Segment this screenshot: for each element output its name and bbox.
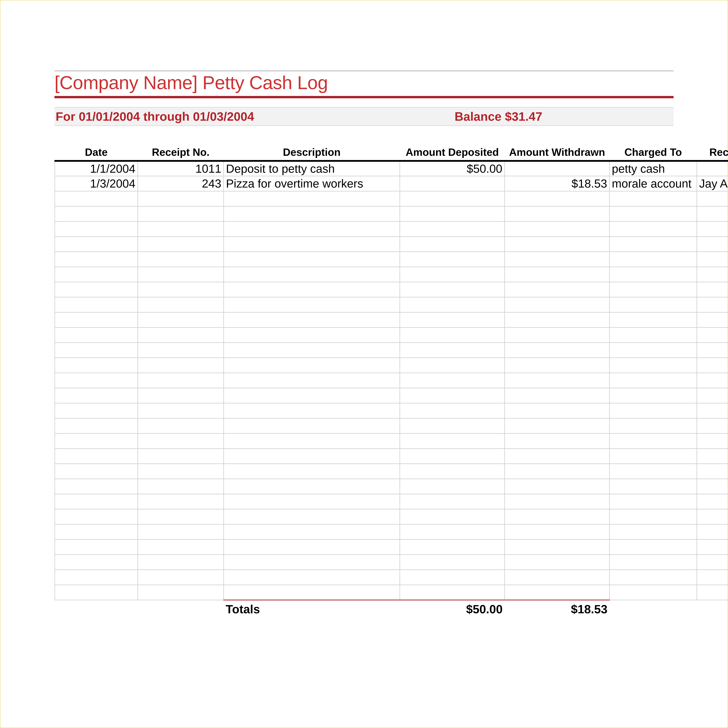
cell[interactable] <box>697 479 728 494</box>
cell[interactable] <box>609 403 697 418</box>
cell[interactable] <box>697 297 728 312</box>
cell[interactable] <box>697 282 728 297</box>
cell[interactable] <box>224 433 400 448</box>
cell[interactable] <box>138 388 224 403</box>
cell[interactable] <box>697 585 728 600</box>
cell[interactable] <box>224 191 400 206</box>
cell[interactable] <box>505 191 609 206</box>
cell[interactable] <box>697 237 728 252</box>
cell[interactable] <box>697 358 728 373</box>
cell[interactable] <box>400 358 505 373</box>
cell[interactable] <box>697 540 728 555</box>
cell[interactable] <box>697 312 728 327</box>
cell[interactable] <box>609 327 697 343</box>
cell[interactable] <box>400 494 505 509</box>
cell[interactable] <box>224 524 400 540</box>
cell[interactable] <box>609 312 697 327</box>
cell[interactable] <box>138 327 224 343</box>
cell[interactable] <box>138 237 224 252</box>
cell[interactable] <box>55 297 138 312</box>
cell[interactable] <box>224 570 400 585</box>
cell[interactable] <box>609 494 697 509</box>
cell[interactable] <box>505 161 609 176</box>
cell[interactable] <box>55 206 138 222</box>
cell[interactable]: morale account <box>609 176 697 191</box>
cell[interactable] <box>609 358 697 373</box>
cell[interactable] <box>224 464 400 479</box>
cell[interactable] <box>400 448 505 464</box>
cell[interactable]: Pizza for overtime workers <box>224 176 400 191</box>
cell[interactable] <box>505 297 609 312</box>
cell[interactable] <box>505 585 609 600</box>
cell[interactable]: petty cash <box>609 161 697 176</box>
cell[interactable] <box>138 555 224 570</box>
cell[interactable] <box>505 358 609 373</box>
cell[interactable] <box>609 237 697 252</box>
cell[interactable] <box>138 570 224 585</box>
cell[interactable] <box>138 343 224 358</box>
cell[interactable] <box>400 509 505 524</box>
cell[interactable] <box>505 509 609 524</box>
cell[interactable] <box>55 312 138 327</box>
cell[interactable] <box>697 161 728 176</box>
cell[interactable] <box>138 312 224 327</box>
cell[interactable] <box>609 540 697 555</box>
cell[interactable] <box>224 448 400 464</box>
cell[interactable] <box>400 206 505 222</box>
cell[interactable] <box>505 327 609 343</box>
cell[interactable] <box>697 403 728 418</box>
cell[interactable] <box>697 494 728 509</box>
cell[interactable] <box>224 494 400 509</box>
cell[interactable] <box>55 509 138 524</box>
cell[interactable] <box>55 418 138 433</box>
cell[interactable] <box>224 373 400 388</box>
cell[interactable] <box>138 191 224 206</box>
cell[interactable] <box>697 448 728 464</box>
cell[interactable] <box>224 358 400 373</box>
cell[interactable] <box>55 494 138 509</box>
cell[interactable] <box>55 479 138 494</box>
cell[interactable] <box>505 403 609 418</box>
cell[interactable] <box>609 282 697 297</box>
cell[interactable]: 243 <box>138 176 224 191</box>
cell[interactable] <box>697 433 728 448</box>
cell[interactable] <box>138 206 224 222</box>
cell[interactable] <box>224 222 400 237</box>
cell[interactable] <box>505 252 609 267</box>
cell[interactable] <box>55 570 138 585</box>
cell[interactable] <box>609 343 697 358</box>
cell[interactable] <box>697 191 728 206</box>
cell[interactable] <box>138 433 224 448</box>
cell[interactable] <box>55 388 138 403</box>
cell[interactable] <box>224 297 400 312</box>
cell[interactable] <box>224 312 400 327</box>
cell[interactable] <box>400 252 505 267</box>
cell[interactable] <box>609 570 697 585</box>
cell[interactable] <box>400 267 505 282</box>
cell[interactable] <box>609 555 697 570</box>
cell[interactable] <box>55 252 138 267</box>
cell[interactable] <box>609 585 697 600</box>
cell[interactable] <box>224 252 400 267</box>
cell[interactable] <box>55 373 138 388</box>
cell[interactable] <box>505 464 609 479</box>
cell[interactable] <box>505 418 609 433</box>
cell[interactable] <box>224 509 400 524</box>
cell[interactable] <box>505 494 609 509</box>
cell[interactable] <box>55 555 138 570</box>
cell[interactable] <box>55 540 138 555</box>
cell[interactable] <box>400 191 505 206</box>
cell[interactable] <box>224 479 400 494</box>
cell[interactable] <box>697 206 728 222</box>
cell[interactable] <box>55 524 138 540</box>
cell[interactable] <box>400 433 505 448</box>
cell[interactable] <box>400 312 505 327</box>
cell[interactable] <box>138 509 224 524</box>
cell[interactable] <box>55 585 138 600</box>
cell[interactable] <box>697 509 728 524</box>
cell[interactable] <box>505 237 609 252</box>
cell[interactable] <box>224 403 400 418</box>
cell[interactable] <box>138 464 224 479</box>
cell[interactable] <box>697 418 728 433</box>
cell[interactable] <box>224 540 400 555</box>
